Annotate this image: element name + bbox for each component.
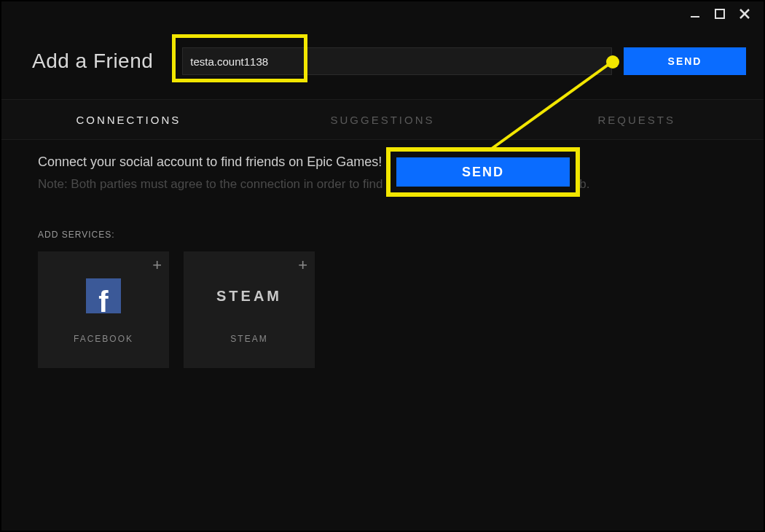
add-services-label: ADD SERVICES:: [38, 230, 727, 240]
close-button[interactable]: [739, 8, 750, 20]
tab-requests[interactable]: REQUESTS: [509, 100, 764, 139]
close-icon: [739, 8, 750, 20]
annotation-callout-button: SEND: [396, 157, 570, 187]
annotation-callout: SEND: [386, 147, 580, 197]
service-label: STEAM: [230, 334, 267, 344]
facebook-icon: f: [86, 275, 121, 316]
steam-icon: STEAM: [216, 275, 282, 316]
friend-input-wrap: [182, 47, 612, 75]
friend-username-input[interactable]: [182, 47, 612, 75]
note-text: Note: Both parties must agree to the con…: [38, 177, 727, 192]
lead-text: Connect your social account to find frie…: [38, 154, 727, 170]
service-label: FACEBOOK: [74, 334, 133, 344]
minimize-button[interactable]: [689, 8, 701, 20]
plus-icon: +: [152, 256, 162, 275]
maximize-button[interactable]: [714, 8, 726, 20]
page-title: Add a Friend: [32, 50, 153, 73]
send-button[interactable]: SEND: [624, 47, 746, 75]
plus-icon: +: [298, 256, 307, 275]
tabs: CONNECTIONS SUGGESTIONS REQUESTS: [1, 99, 764, 140]
service-card-facebook[interactable]: + f FACEBOOK: [38, 251, 169, 368]
service-cards: + f FACEBOOK + STEAM STEAM: [38, 251, 727, 368]
tab-suggestions[interactable]: SUGGESTIONS: [256, 100, 510, 139]
maximize-icon: [715, 9, 725, 19]
service-card-steam[interactable]: + STEAM STEAM: [184, 251, 315, 368]
window-root: Add a Friend SEND CONNECTIONS SUGGESTION…: [0, 0, 765, 532]
titlebar: [676, 1, 764, 26]
svg-rect-0: [691, 16, 699, 17]
minimize-icon: [690, 9, 700, 19]
content: Connect your social account to find frie…: [38, 154, 727, 368]
svg-rect-1: [715, 9, 724, 18]
header: Add a Friend SEND: [1, 35, 764, 87]
tab-connections[interactable]: CONNECTIONS: [1, 100, 256, 139]
